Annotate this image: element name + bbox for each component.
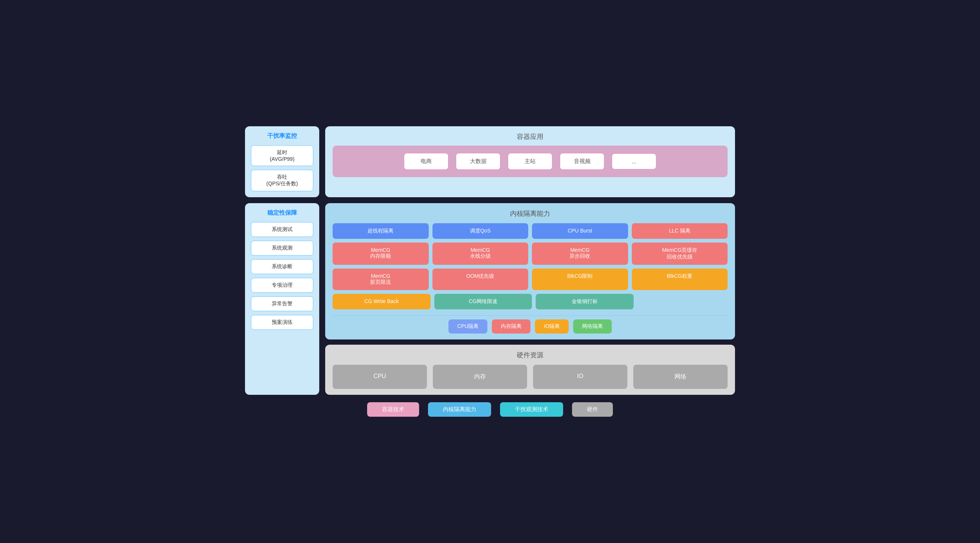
btn-cg-network[interactable]: CG网络限速 (434, 294, 532, 309)
btn-blkcg-limit[interactable]: BlkCG限制 (532, 269, 628, 290)
btn-oom[interactable]: OOM优先级 (433, 269, 528, 290)
sys-test-btn[interactable]: 系统测试 (251, 222, 313, 237)
legend-kernel-isolation[interactable]: 内核隔离能力 (428, 402, 491, 417)
app-av[interactable]: 音视频 (560, 153, 605, 170)
right-panels: 内核隔离能力 超线程隔离 调度QoS CPU Burst LLC 隔离 MemC… (325, 203, 735, 395)
legend-interference-obs[interactable]: 干扰观测技术 (500, 402, 563, 417)
hw-network[interactable]: 网络 (633, 365, 727, 389)
kernel-row-4: CG Wrtie Back CG网络限速 金银铜打标 (332, 294, 727, 309)
main-wrapper: 干扰率监控 延时(AVG/P99) 吞吐(QPS/任务数) 容器应用 电商 大数… (245, 126, 735, 417)
kernel-panel: 内核隔离能力 超线程隔离 调度QoS CPU Burst LLC 隔离 MemC… (325, 203, 735, 339)
interference-title: 干扰率监控 (251, 132, 313, 140)
btn-gold-silver[interactable]: 金银铜打标 (536, 294, 634, 309)
sys-diagnose-btn[interactable]: 系统诊断 (251, 259, 313, 274)
kernel-grid: 超线程隔离 调度QoS CPU Burst LLC 隔离 MemCG内存限额 M… (332, 223, 727, 334)
stability-title: 稳定性保障 (251, 209, 313, 217)
interference-panel: 干扰率监控 延时(AVG/P99) 吞吐(QPS/任务数) (245, 126, 319, 197)
sys-observe-btn[interactable]: 系统观测 (251, 240, 313, 256)
app-items-row: 电商 大数据 主站 音视频 ... (332, 146, 727, 177)
btn-cg-write-back[interactable]: CG Wrtie Back (332, 294, 431, 309)
iso-network[interactable]: 网络隔离 (573, 319, 612, 334)
drill-btn[interactable]: 预案演练 (251, 315, 313, 330)
app-ecommerce[interactable]: 电商 (404, 153, 449, 170)
app-more[interactable]: ... (612, 153, 656, 169)
btn-hyperthread[interactable]: 超线程隔离 (332, 223, 429, 239)
container-app-panel: 容器应用 电商 大数据 主站 音视频 ... (325, 126, 735, 197)
legend-row: 容器技术 内核隔离能力 干扰观测技术 硬件 (245, 402, 735, 417)
btn-llc[interactable]: LLC 隔离 (632, 223, 728, 239)
app-bigdata[interactable]: 大数据 (456, 153, 500, 170)
iso-io[interactable]: IO隔离 (535, 319, 569, 334)
legend-container-tech[interactable]: 容器技术 (367, 402, 419, 417)
kernel-row-3: MemCG脏页限流 OOM优先级 BlkCG限制 BlkCG权重 (332, 269, 727, 290)
btn-memcg-dirty[interactable]: MemCG脏页限流 (332, 269, 429, 290)
container-app-title: 容器应用 (332, 132, 727, 141)
btn-cpu-burst[interactable]: CPU Burst (532, 223, 628, 239)
special-govern-btn[interactable]: 专项治理 (251, 278, 313, 293)
iso-memory[interactable]: 内存隔离 (492, 319, 530, 334)
stability-panel: 稳定性保障 系统测试 系统观测 系统诊断 专项治理 异常告警 预案演练 (245, 203, 319, 395)
anomaly-alert-btn[interactable]: 异常告警 (251, 296, 313, 311)
kernel-row-1: 超线程隔离 调度QoS CPU Burst LLC 隔离 (332, 223, 727, 239)
legend-hardware[interactable]: 硬件 (572, 402, 613, 417)
btn-memcg-pagecache[interactable]: MemCG页缓存回收优先级 (632, 242, 728, 265)
isolation-row: CPU隔离 内存隔离 IO隔离 网络隔离 (332, 315, 727, 334)
kernel-row-2: MemCG内存限额 MemCG水线分级 MemCG异步回收 MemCG页缓存回收… (332, 242, 727, 265)
btn-blkcg-weight[interactable]: BlkCG权重 (632, 269, 728, 290)
hardware-row: CPU 内存 IO 网络 (332, 365, 727, 389)
latency-btn[interactable]: 延时(AVG/P99) (251, 145, 313, 166)
hardware-title: 硬件资源 (332, 350, 727, 360)
btn-schedule-qos[interactable]: 调度QoS (433, 223, 528, 239)
bottom-section: 稳定性保障 系统测试 系统观测 系统诊断 专项治理 异常告警 预案演练 内核隔离… (245, 203, 735, 395)
top-section: 干扰率监控 延时(AVG/P99) 吞吐(QPS/任务数) 容器应用 电商 大数… (245, 126, 735, 197)
btn-memcg-waterline[interactable]: MemCG水线分级 (433, 242, 528, 265)
app-mainsite[interactable]: 主站 (508, 153, 552, 170)
hardware-panel: 硬件资源 CPU 内存 IO 网络 (325, 345, 735, 395)
hw-cpu[interactable]: CPU (332, 365, 427, 389)
kernel-title: 内核隔离能力 (332, 209, 727, 218)
btn-memcg-limit[interactable]: MemCG内存限额 (332, 242, 429, 265)
iso-cpu[interactable]: CPU隔离 (449, 319, 488, 334)
hw-memory[interactable]: 内存 (433, 365, 527, 389)
btn-memcg-async[interactable]: MemCG异步回收 (532, 242, 628, 265)
throughput-btn[interactable]: 吞吐(QPS/任务数) (251, 170, 313, 191)
hw-io[interactable]: IO (533, 365, 627, 389)
